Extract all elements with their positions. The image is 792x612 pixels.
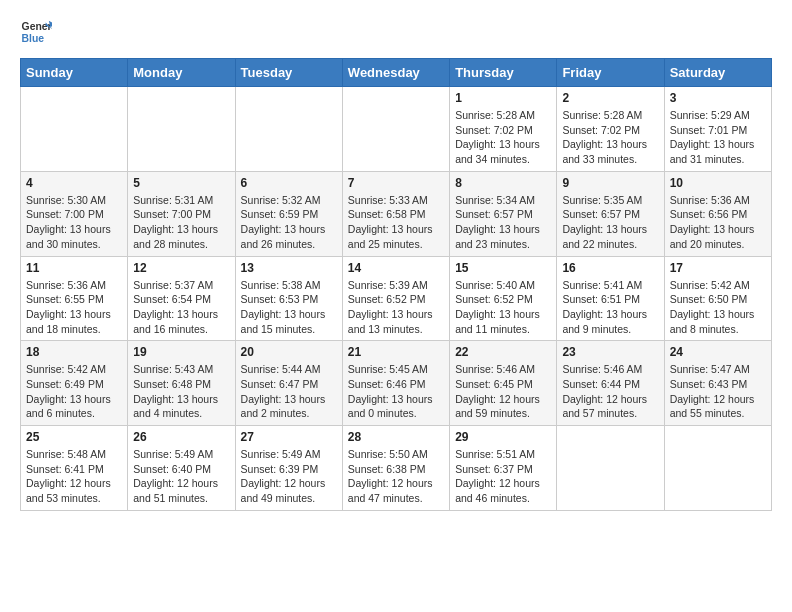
calendar-cell: 16Sunrise: 5:41 AM Sunset: 6:51 PM Dayli… <box>557 256 664 341</box>
calendar-cell: 14Sunrise: 5:39 AM Sunset: 6:52 PM Dayli… <box>342 256 449 341</box>
cell-day-info: Sunrise: 5:50 AM Sunset: 6:38 PM Dayligh… <box>348 447 444 506</box>
cell-day-number: 17 <box>670 261 766 275</box>
calendar-cell: 6Sunrise: 5:32 AM Sunset: 6:59 PM Daylig… <box>235 171 342 256</box>
calendar-week-row: 11Sunrise: 5:36 AM Sunset: 6:55 PM Dayli… <box>21 256 772 341</box>
cell-day-info: Sunrise: 5:30 AM Sunset: 7:00 PM Dayligh… <box>26 193 122 252</box>
cell-day-number: 28 <box>348 430 444 444</box>
cell-day-info: Sunrise: 5:32 AM Sunset: 6:59 PM Dayligh… <box>241 193 337 252</box>
cell-day-number: 29 <box>455 430 551 444</box>
cell-day-info: Sunrise: 5:47 AM Sunset: 6:43 PM Dayligh… <box>670 362 766 421</box>
logo-icon: General Blue <box>20 16 52 48</box>
calendar-cell <box>128 87 235 172</box>
day-of-week-header: Monday <box>128 59 235 87</box>
cell-day-info: Sunrise: 5:28 AM Sunset: 7:02 PM Dayligh… <box>562 108 658 167</box>
svg-text:General: General <box>22 21 52 32</box>
cell-day-info: Sunrise: 5:33 AM Sunset: 6:58 PM Dayligh… <box>348 193 444 252</box>
calendar-cell: 18Sunrise: 5:42 AM Sunset: 6:49 PM Dayli… <box>21 341 128 426</box>
cell-day-info: Sunrise: 5:43 AM Sunset: 6:48 PM Dayligh… <box>133 362 229 421</box>
cell-day-info: Sunrise: 5:42 AM Sunset: 6:49 PM Dayligh… <box>26 362 122 421</box>
calendar-week-row: 1Sunrise: 5:28 AM Sunset: 7:02 PM Daylig… <box>21 87 772 172</box>
cell-day-number: 15 <box>455 261 551 275</box>
cell-day-info: Sunrise: 5:41 AM Sunset: 6:51 PM Dayligh… <box>562 278 658 337</box>
cell-day-number: 10 <box>670 176 766 190</box>
calendar-table: SundayMondayTuesdayWednesdayThursdayFrid… <box>20 58 772 511</box>
calendar-cell: 24Sunrise: 5:47 AM Sunset: 6:43 PM Dayli… <box>664 341 771 426</box>
cell-day-number: 6 <box>241 176 337 190</box>
calendar-cell: 19Sunrise: 5:43 AM Sunset: 6:48 PM Dayli… <box>128 341 235 426</box>
cell-day-number: 13 <box>241 261 337 275</box>
cell-day-info: Sunrise: 5:42 AM Sunset: 6:50 PM Dayligh… <box>670 278 766 337</box>
calendar-cell: 4Sunrise: 5:30 AM Sunset: 7:00 PM Daylig… <box>21 171 128 256</box>
calendar-header-row: SundayMondayTuesdayWednesdayThursdayFrid… <box>21 59 772 87</box>
cell-day-number: 22 <box>455 345 551 359</box>
cell-day-info: Sunrise: 5:46 AM Sunset: 6:45 PM Dayligh… <box>455 362 551 421</box>
cell-day-number: 27 <box>241 430 337 444</box>
cell-day-number: 24 <box>670 345 766 359</box>
page-header: General Blue <box>20 16 772 48</box>
calendar-cell: 10Sunrise: 5:36 AM Sunset: 6:56 PM Dayli… <box>664 171 771 256</box>
cell-day-number: 25 <box>26 430 122 444</box>
cell-day-number: 23 <box>562 345 658 359</box>
cell-day-number: 1 <box>455 91 551 105</box>
calendar-cell <box>664 426 771 511</box>
cell-day-info: Sunrise: 5:34 AM Sunset: 6:57 PM Dayligh… <box>455 193 551 252</box>
cell-day-info: Sunrise: 5:38 AM Sunset: 6:53 PM Dayligh… <box>241 278 337 337</box>
cell-day-number: 5 <box>133 176 229 190</box>
calendar-week-row: 25Sunrise: 5:48 AM Sunset: 6:41 PM Dayli… <box>21 426 772 511</box>
cell-day-info: Sunrise: 5:29 AM Sunset: 7:01 PM Dayligh… <box>670 108 766 167</box>
calendar-cell: 3Sunrise: 5:29 AM Sunset: 7:01 PM Daylig… <box>664 87 771 172</box>
cell-day-info: Sunrise: 5:46 AM Sunset: 6:44 PM Dayligh… <box>562 362 658 421</box>
calendar-cell <box>557 426 664 511</box>
cell-day-info: Sunrise: 5:39 AM Sunset: 6:52 PM Dayligh… <box>348 278 444 337</box>
cell-day-number: 8 <box>455 176 551 190</box>
calendar-cell <box>342 87 449 172</box>
cell-day-info: Sunrise: 5:51 AM Sunset: 6:37 PM Dayligh… <box>455 447 551 506</box>
calendar-cell: 22Sunrise: 5:46 AM Sunset: 6:45 PM Dayli… <box>450 341 557 426</box>
cell-day-info: Sunrise: 5:48 AM Sunset: 6:41 PM Dayligh… <box>26 447 122 506</box>
cell-day-info: Sunrise: 5:45 AM Sunset: 6:46 PM Dayligh… <box>348 362 444 421</box>
cell-day-number: 11 <box>26 261 122 275</box>
cell-day-number: 18 <box>26 345 122 359</box>
cell-day-number: 7 <box>348 176 444 190</box>
calendar-cell: 12Sunrise: 5:37 AM Sunset: 6:54 PM Dayli… <box>128 256 235 341</box>
cell-day-info: Sunrise: 5:44 AM Sunset: 6:47 PM Dayligh… <box>241 362 337 421</box>
calendar-cell: 26Sunrise: 5:49 AM Sunset: 6:40 PM Dayli… <box>128 426 235 511</box>
cell-day-number: 9 <box>562 176 658 190</box>
calendar-cell: 5Sunrise: 5:31 AM Sunset: 7:00 PM Daylig… <box>128 171 235 256</box>
day-of-week-header: Wednesday <box>342 59 449 87</box>
logo: General Blue <box>20 16 56 48</box>
cell-day-number: 26 <box>133 430 229 444</box>
cell-day-number: 16 <box>562 261 658 275</box>
calendar-cell: 13Sunrise: 5:38 AM Sunset: 6:53 PM Dayli… <box>235 256 342 341</box>
cell-day-number: 14 <box>348 261 444 275</box>
cell-day-info: Sunrise: 5:49 AM Sunset: 6:39 PM Dayligh… <box>241 447 337 506</box>
day-of-week-header: Tuesday <box>235 59 342 87</box>
cell-day-number: 2 <box>562 91 658 105</box>
calendar-cell: 1Sunrise: 5:28 AM Sunset: 7:02 PM Daylig… <box>450 87 557 172</box>
day-of-week-header: Friday <box>557 59 664 87</box>
calendar-cell: 21Sunrise: 5:45 AM Sunset: 6:46 PM Dayli… <box>342 341 449 426</box>
cell-day-info: Sunrise: 5:31 AM Sunset: 7:00 PM Dayligh… <box>133 193 229 252</box>
cell-day-info: Sunrise: 5:36 AM Sunset: 6:55 PM Dayligh… <box>26 278 122 337</box>
calendar-cell: 2Sunrise: 5:28 AM Sunset: 7:02 PM Daylig… <box>557 87 664 172</box>
calendar-week-row: 18Sunrise: 5:42 AM Sunset: 6:49 PM Dayli… <box>21 341 772 426</box>
cell-day-info: Sunrise: 5:35 AM Sunset: 6:57 PM Dayligh… <box>562 193 658 252</box>
calendar-cell <box>21 87 128 172</box>
calendar-week-row: 4Sunrise: 5:30 AM Sunset: 7:00 PM Daylig… <box>21 171 772 256</box>
cell-day-info: Sunrise: 5:49 AM Sunset: 6:40 PM Dayligh… <box>133 447 229 506</box>
cell-day-number: 20 <box>241 345 337 359</box>
calendar-cell: 17Sunrise: 5:42 AM Sunset: 6:50 PM Dayli… <box>664 256 771 341</box>
cell-day-number: 21 <box>348 345 444 359</box>
calendar-cell: 27Sunrise: 5:49 AM Sunset: 6:39 PM Dayli… <box>235 426 342 511</box>
calendar-cell: 8Sunrise: 5:34 AM Sunset: 6:57 PM Daylig… <box>450 171 557 256</box>
cell-day-info: Sunrise: 5:36 AM Sunset: 6:56 PM Dayligh… <box>670 193 766 252</box>
cell-day-info: Sunrise: 5:40 AM Sunset: 6:52 PM Dayligh… <box>455 278 551 337</box>
calendar-cell: 25Sunrise: 5:48 AM Sunset: 6:41 PM Dayli… <box>21 426 128 511</box>
calendar-cell: 7Sunrise: 5:33 AM Sunset: 6:58 PM Daylig… <box>342 171 449 256</box>
calendar-cell: 15Sunrise: 5:40 AM Sunset: 6:52 PM Dayli… <box>450 256 557 341</box>
day-of-week-header: Thursday <box>450 59 557 87</box>
cell-day-info: Sunrise: 5:28 AM Sunset: 7:02 PM Dayligh… <box>455 108 551 167</box>
cell-day-number: 12 <box>133 261 229 275</box>
calendar-cell <box>235 87 342 172</box>
cell-day-info: Sunrise: 5:37 AM Sunset: 6:54 PM Dayligh… <box>133 278 229 337</box>
